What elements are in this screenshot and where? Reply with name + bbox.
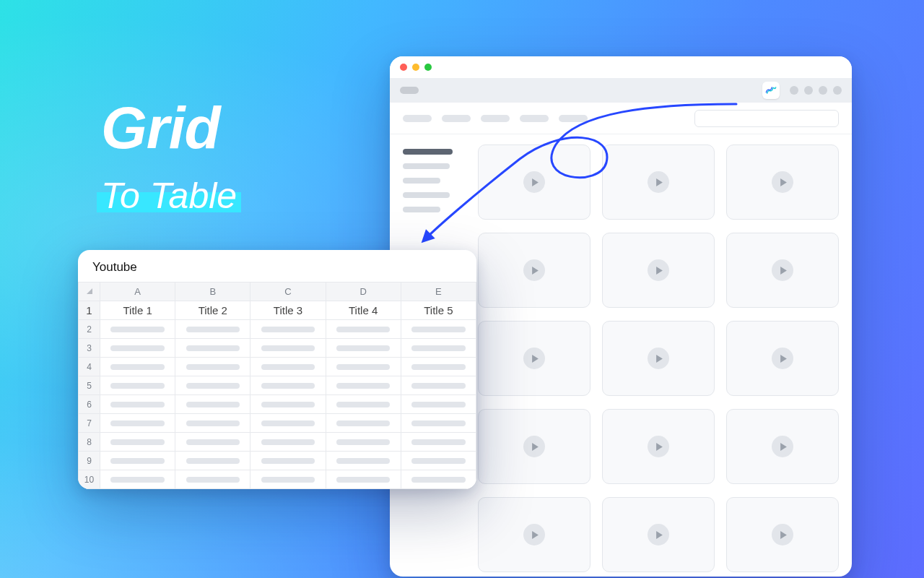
video-card[interactable] xyxy=(478,497,590,572)
placeholder-bar xyxy=(110,345,164,351)
cell[interactable] xyxy=(250,414,326,433)
cell[interactable] xyxy=(250,433,326,452)
window-minimize-icon[interactable] xyxy=(412,64,419,71)
cell[interactable] xyxy=(401,414,476,433)
cell[interactable] xyxy=(100,358,175,376)
cell[interactable] xyxy=(326,376,401,395)
row-number: 5 xyxy=(79,376,100,395)
placeholder-bar xyxy=(110,327,164,332)
sidebar-item[interactable] xyxy=(403,163,450,169)
cell[interactable] xyxy=(250,376,326,395)
sidebar-item[interactable] xyxy=(403,207,440,212)
cell[interactable] xyxy=(401,376,476,395)
cell[interactable] xyxy=(100,470,175,489)
cell[interactable] xyxy=(250,395,326,414)
toolbar-dot-icon xyxy=(833,86,842,95)
cell[interactable] xyxy=(401,339,476,358)
cell[interactable] xyxy=(175,433,250,452)
headline-line-2: To Table xyxy=(101,175,237,217)
window-close-icon[interactable] xyxy=(400,64,407,71)
sidebar-item[interactable] xyxy=(403,192,450,198)
sidebar-item[interactable] xyxy=(403,149,453,155)
placeholder-bar xyxy=(186,402,240,407)
cell[interactable] xyxy=(401,452,476,470)
video-card[interactable] xyxy=(478,144,590,220)
cell[interactable] xyxy=(401,433,476,452)
placeholder-bar xyxy=(110,364,164,370)
play-icon xyxy=(772,171,793,193)
play-icon xyxy=(772,259,793,281)
cell[interactable] xyxy=(250,358,326,376)
video-card[interactable] xyxy=(726,144,839,220)
cell[interactable] xyxy=(326,395,401,414)
cell[interactable] xyxy=(401,470,476,489)
cell[interactable] xyxy=(100,433,175,452)
cell[interactable] xyxy=(326,320,401,339)
cell[interactable] xyxy=(250,452,326,470)
cell[interactable] xyxy=(401,395,476,414)
placeholder-bar xyxy=(261,439,315,445)
play-icon xyxy=(648,524,669,545)
cell[interactable] xyxy=(401,320,476,339)
cell[interactable] xyxy=(326,414,401,433)
cell[interactable] xyxy=(326,358,401,376)
video-card[interactable] xyxy=(478,233,590,308)
toolbar-dot-icon xyxy=(790,86,798,95)
cell[interactable] xyxy=(175,339,250,358)
placeholder-bar xyxy=(336,402,390,407)
video-card[interactable] xyxy=(478,409,590,484)
play-icon xyxy=(648,348,669,369)
cell[interactable] xyxy=(175,376,250,395)
sheet-corner-icon xyxy=(79,282,100,301)
spreadsheet-title: Youtube xyxy=(78,260,476,282)
cell[interactable] xyxy=(100,320,175,339)
video-card[interactable] xyxy=(602,497,715,572)
video-card[interactable] xyxy=(726,409,839,484)
cell[interactable] xyxy=(100,376,175,395)
col-letter: D xyxy=(326,282,401,301)
cell[interactable] xyxy=(100,414,175,433)
placeholder-bar xyxy=(336,458,390,464)
placeholder-bar xyxy=(411,439,465,445)
play-icon xyxy=(523,436,545,457)
cell[interactable] xyxy=(250,339,326,358)
row-number: 8 xyxy=(79,433,100,452)
video-card[interactable] xyxy=(602,144,715,220)
cell[interactable] xyxy=(175,395,250,414)
search-input[interactable] xyxy=(694,110,839,127)
row-number: 6 xyxy=(79,395,100,414)
cell[interactable] xyxy=(401,358,476,376)
placeholder-bar xyxy=(336,439,390,445)
extension-badge[interactable] xyxy=(762,82,780,99)
cell[interactable] xyxy=(250,320,326,339)
placeholder-bar xyxy=(110,383,164,389)
video-card[interactable] xyxy=(602,409,715,484)
cell[interactable] xyxy=(175,320,250,339)
cell[interactable] xyxy=(175,414,250,433)
placeholder-bar xyxy=(110,420,164,426)
row-number: 1 xyxy=(79,301,100,320)
placeholder-bar xyxy=(261,458,315,464)
cell[interactable] xyxy=(326,339,401,358)
cell[interactable] xyxy=(326,470,401,489)
cell[interactable] xyxy=(175,358,250,376)
cell[interactable] xyxy=(250,470,326,489)
video-card[interactable] xyxy=(602,321,715,396)
nav-tab xyxy=(481,115,510,122)
video-card[interactable] xyxy=(478,321,590,396)
cell[interactable] xyxy=(326,433,401,452)
video-card[interactable] xyxy=(602,233,715,308)
cell[interactable] xyxy=(100,395,175,414)
cell[interactable] xyxy=(326,452,401,470)
cell[interactable] xyxy=(100,452,175,470)
cell[interactable] xyxy=(175,470,250,489)
video-card[interactable] xyxy=(726,497,839,572)
row-number: 4 xyxy=(79,358,100,376)
video-card[interactable] xyxy=(726,321,839,396)
window-zoom-icon[interactable] xyxy=(424,64,432,71)
sidebar-item[interactable] xyxy=(403,178,440,184)
nav-tab xyxy=(559,115,588,122)
cell[interactable] xyxy=(100,339,175,358)
cell[interactable] xyxy=(175,452,250,470)
video-card[interactable] xyxy=(726,233,839,308)
